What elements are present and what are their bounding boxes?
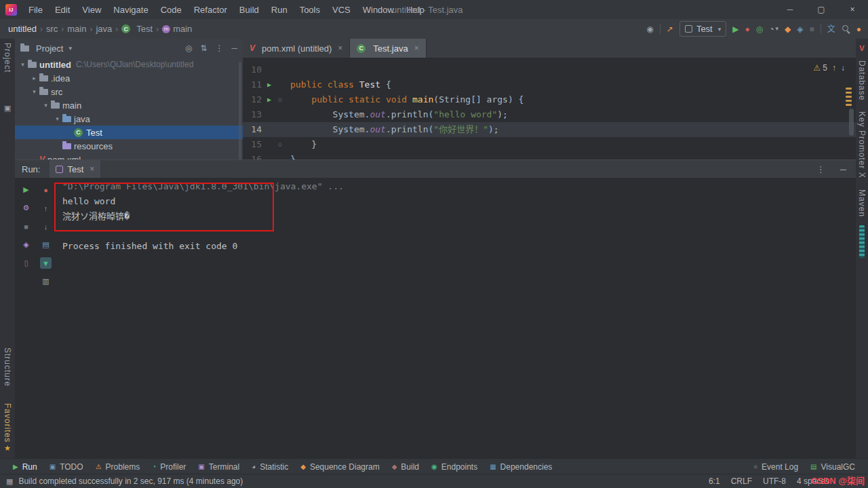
code-editor[interactable]: 1011▶public class Test {12▶○ public stat…	[243, 58, 856, 159]
tree-expand-icon[interactable]: ▾	[52, 115, 62, 122]
tool-window-switcher-icon[interactable]: ▦	[6, 477, 13, 486]
profiler-icon[interactable]: ◔▾	[769, 25, 778, 33]
tool-window-button-sequence-diagram[interactable]: ◆Sequence Diagram	[294, 459, 385, 474]
database-tool-label[interactable]: Database	[857, 60, 867, 100]
code-line-15[interactable]: 15○ }	[243, 137, 856, 152]
warning-stripe-mark[interactable]	[846, 92, 852, 94]
code-line-14[interactable]: 14 System.out.println("你好世界！");	[243, 122, 856, 137]
warning-stripe-mark[interactable]	[846, 96, 852, 98]
run-icon[interactable]: ▶	[732, 25, 738, 33]
menu-refactor[interactable]: Refactor	[188, 5, 233, 15]
tool-window-button-statistic[interactable]: ◕Statistic	[245, 459, 294, 474]
menu-run[interactable]: Run	[265, 5, 294, 15]
breadcrumb-item-src-1[interactable]: src	[46, 24, 58, 34]
prev-warning-arrow-icon[interactable]: ↑	[832, 63, 836, 73]
star-icon[interactable]: ★	[0, 444, 15, 453]
more-icon[interactable]: ⋮	[816, 164, 825, 174]
code-with-me-icon[interactable]: ◉	[646, 25, 653, 33]
soft-wrap-icon[interactable]: ▤	[40, 239, 52, 250]
stop-icon[interactable]: ■	[20, 221, 32, 232]
run-line-icon[interactable]: ▶	[263, 92, 275, 107]
tab-pom-xml-untitled-[interactable]: Vpom.xml (untitled)×	[243, 39, 350, 58]
inspections-widget[interactable]: ⚠ 5 ↑ ↓	[813, 63, 845, 73]
next-warning-arrow-icon[interactable]: ↓	[841, 63, 845, 73]
close-button[interactable]: ×	[837, 0, 868, 19]
file-encoding[interactable]: UTF-8	[763, 476, 786, 486]
menu-view[interactable]: View	[76, 5, 107, 15]
debug-icon[interactable]: ●	[745, 25, 750, 33]
tool-window-button-todo[interactable]: ▣TODO	[43, 459, 90, 474]
close-icon[interactable]: ×	[338, 43, 342, 53]
tree-expand-icon[interactable]: ▾	[18, 61, 28, 68]
run-tab-test[interactable]: Test ×	[50, 160, 100, 178]
line-separator[interactable]: CRLF	[731, 476, 752, 486]
menu-navigate[interactable]: Navigate	[107, 5, 154, 15]
project-panel-title[interactable]: Project	[36, 43, 63, 54]
hide-icon[interactable]: ─	[840, 164, 846, 174]
tool-window-button-endpoints[interactable]: ◉Endpoints	[425, 459, 484, 474]
menu-file[interactable]: File	[22, 5, 49, 15]
code-line-16[interactable]: 16}	[243, 152, 856, 159]
more-icon[interactable]: ⋮	[215, 43, 223, 53]
translate-icon[interactable]: 文	[827, 25, 835, 33]
run-configuration-dropdown[interactable]: Test ▾	[679, 21, 726, 37]
tool-button-structure[interactable]: Structure	[0, 348, 15, 387]
breadcrumb-item-test-4[interactable]: CTest	[121, 24, 153, 34]
tree-row-pom-xml[interactable]: Vpom.xml	[15, 153, 243, 159]
code-line-10[interactable]: 10	[243, 62, 856, 77]
tree-expand-icon[interactable]: ▾	[41, 102, 51, 109]
editor-scrollbar[interactable]	[849, 109, 854, 136]
profile-app-icon[interactable]: ↗	[667, 25, 673, 33]
code-line-12[interactable]: 12▶○ public static void main(String[] ar…	[243, 92, 856, 107]
tree-row-src[interactable]: ▾src	[15, 85, 243, 98]
breadcrumb-item-main-2[interactable]: main	[67, 24, 86, 34]
tree-expand-icon[interactable]: ▾	[29, 88, 39, 95]
project-scrollbar[interactable]	[239, 62, 241, 159]
stop-icon[interactable]: ■	[809, 25, 814, 33]
caret-position[interactable]: 6:1	[709, 476, 720, 486]
notifications-icon[interactable]: V	[859, 44, 864, 52]
tree-row-test[interactable]: CTest	[15, 126, 243, 139]
fold-icon[interactable]: ○	[275, 137, 285, 152]
breadcrumb-item-main-5[interactable]: mmain	[162, 24, 192, 34]
tool-window-button-problems[interactable]: ⚠Problems	[90, 459, 146, 474]
breadcrumb-item-java-3[interactable]: java	[96, 24, 112, 34]
maven-tool-label[interactable]: Maven	[857, 189, 867, 217]
tool-window-button-event-log[interactable]: ○Event Log	[747, 462, 804, 472]
clear-all-icon[interactable]: ▯	[20, 257, 32, 269]
up-stack-icon[interactable]: ↑	[40, 202, 52, 214]
down-stack-icon[interactable]: ↓	[40, 221, 52, 232]
tree-row-resources[interactable]: resources	[15, 139, 243, 153]
chevron-down-icon[interactable]: ▾	[68, 45, 72, 52]
tool-button-project[interactable]: Project	[0, 43, 15, 73]
warning-stripe-mark[interactable]	[846, 104, 852, 106]
scroll-to-end-icon[interactable]: ▼	[40, 257, 52, 269]
tool-window-button-dependencies[interactable]: ▦Dependencies	[484, 459, 558, 474]
warning-stripe-mark[interactable]	[846, 100, 852, 102]
tree-row-main[interactable]: ▾main	[15, 98, 243, 112]
print-icon[interactable]: ▥	[40, 276, 52, 287]
run-line-icon[interactable]: ▶	[263, 77, 275, 92]
tab-test-java[interactable]: CTest.java×	[350, 39, 426, 58]
hide-icon[interactable]: ─	[231, 43, 237, 53]
menu-code[interactable]: Code	[155, 5, 188, 15]
build-icon[interactable]: ◆	[785, 25, 791, 33]
minimize-button[interactable]: ─	[774, 0, 806, 19]
expand-collapse-icon[interactable]: ⇅	[200, 43, 207, 53]
tool-window-button-build[interactable]: ◆Build	[386, 459, 425, 474]
code-line-11[interactable]: 11▶public class Test {	[243, 77, 856, 92]
key-promoter-tool-label[interactable]: Key Promoter X	[857, 111, 867, 179]
menu-edit[interactable]: Edit	[49, 5, 76, 15]
fold-icon[interactable]: ○	[275, 92, 285, 107]
close-icon[interactable]: ×	[414, 43, 419, 53]
search-icon[interactable]	[842, 24, 850, 33]
tree-expand-icon[interactable]: ▸	[29, 75, 39, 81]
commit-tool-icon[interactable]: ▣	[0, 104, 15, 113]
tool-window-button-run[interactable]: ▶Run	[7, 459, 43, 474]
tool-window-button-visualgc[interactable]: ▤VisualGC	[804, 462, 861, 472]
code-line-13[interactable]: 13 System.out.println("hello word");	[243, 107, 856, 122]
close-icon[interactable]: ×	[90, 164, 94, 174]
tree-row--idea[interactable]: ▸.idea	[15, 71, 243, 85]
pin-icon[interactable]: ◈	[20, 239, 32, 250]
plugin-ball-icon[interactable]: ●	[856, 25, 861, 33]
